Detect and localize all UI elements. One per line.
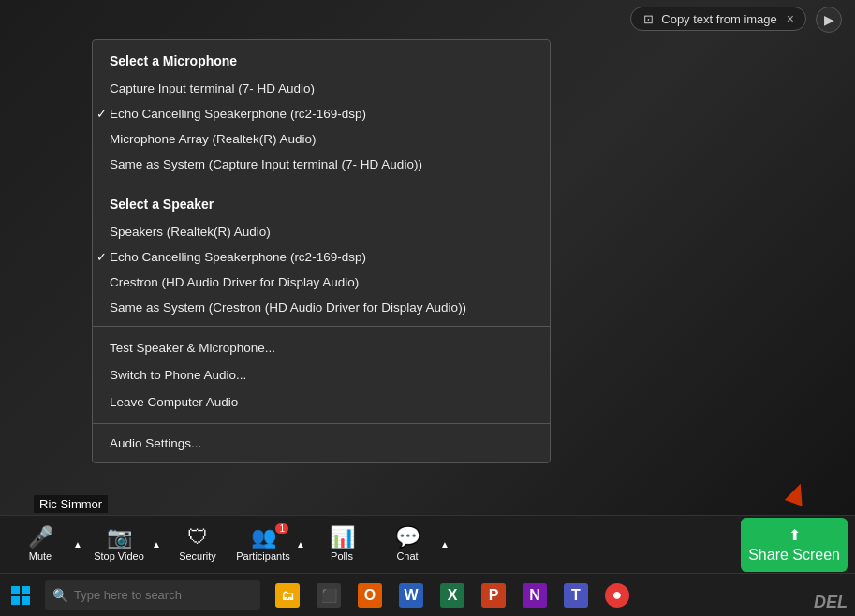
svg-rect-2 [11, 596, 20, 605]
taskbar-app-onenote[interactable]: N [515, 574, 554, 617]
word-icon: W [399, 583, 423, 608]
spk-item-realtek[interactable]: Speakers (Realtek(R) Audio) [93, 219, 550, 244]
microphone-section: Select a Microphone Capture Input termin… [93, 40, 550, 183]
polls-icon: 📊 [330, 527, 355, 548]
mute-label: Mute [29, 550, 52, 562]
checkmark-mic-array [96, 132, 100, 146]
participant-label: Ric Simmor [34, 495, 108, 513]
chrome-icon: ● [605, 583, 629, 608]
spk-item-same-as-system[interactable]: Same as System (Crestron (HD Audio Drive… [93, 295, 550, 320]
stop-video-icon: 📷 [107, 527, 132, 548]
share-screen-icon: ⬆ [789, 526, 801, 544]
checkmark-same-system-mic [96, 157, 100, 171]
taskbar-app-teams[interactable]: T [556, 574, 596, 617]
mic-item-echo-cancel[interactable]: ✓ Echo Cancelling Speakerphone (rc2-169-… [93, 101, 550, 126]
security-label: Security [179, 550, 216, 562]
audio-dropdown-menu: Select a Microphone Capture Input termin… [92, 39, 551, 463]
checkmark-crestron [96, 275, 100, 289]
svg-rect-3 [22, 596, 30, 605]
leave-computer-audio-item[interactable]: Leave Computer Audio [93, 389, 550, 416]
copy-text-close[interactable]: × [787, 11, 794, 26]
checkmark-speakers-realtek [96, 225, 100, 239]
taskbar-app-outlook[interactable]: O [350, 574, 390, 617]
spk-item-crestron[interactable]: Crestron (HD Audio Driver for Display Au… [93, 270, 550, 295]
task-view-icon: ⬛ [317, 583, 341, 608]
svg-rect-1 [22, 586, 30, 594]
stop-video-label: Stop Video [94, 550, 144, 562]
polls-label: Polls [331, 550, 353, 562]
taskbar-app-chrome[interactable]: ● [597, 574, 637, 617]
copy-text-icon: ⊡ [641, 11, 656, 26]
teams-icon: T [564, 583, 588, 608]
audio-actions-section: Test Speaker & Microphone... Switch to P… [93, 326, 550, 423]
test-speaker-mic-item[interactable]: Test Speaker & Microphone... [93, 334, 550, 361]
chat-label: Chat [396, 550, 418, 562]
mute-button[interactable]: 🎤 Mute [7, 518, 73, 572]
taskbar-apps: 🗂 ⬛ O W X P N T ● [268, 574, 855, 617]
security-button[interactable]: 🛡 Security [165, 518, 230, 572]
copy-text-pill[interactable]: ⊡ Copy text from image × [630, 7, 806, 31]
zoom-toolbar: 🎤 Mute ▲ 📷 Stop Video ▲ 🛡 Security 👥 Par… [0, 515, 855, 573]
windows-icon [10, 585, 31, 606]
microphone-section-title: Select a Microphone [93, 50, 550, 76]
stop-video-button[interactable]: 📷 Stop Video [86, 518, 152, 572]
polls-button[interactable]: 📊 Polls [309, 518, 375, 572]
audio-settings-item[interactable]: Audio Settings... [93, 430, 550, 457]
speaker-section-title: Select a Speaker [93, 193, 550, 219]
taskbar-app-task-view[interactable]: ⬛ [309, 574, 348, 617]
dell-logo: DEL [814, 593, 848, 612]
share-screen-label: Share Screen [748, 547, 840, 564]
participants-label: Participants [236, 550, 289, 562]
svg-rect-0 [11, 586, 20, 594]
taskbar-app-excel[interactable]: X [433, 574, 472, 617]
checkmark-echo-cancel-spk: ✓ [96, 250, 107, 264]
speaker-section: Select a Speaker Speakers (Realtek(R) Au… [93, 183, 550, 326]
switch-phone-audio-item[interactable]: Switch to Phone Audio... [93, 361, 550, 389]
taskbar-app-powerpoint[interactable]: P [474, 574, 513, 617]
checkmark-echo-cancel-mic: ✓ [96, 107, 107, 121]
taskbar-search-input[interactable] [74, 588, 253, 602]
chat-icon: 💬 [395, 527, 420, 548]
chat-button[interactable]: 💬 Chat [375, 518, 440, 572]
taskbar: 🔍 🗂 ⬛ O W X P N T ● DEL [0, 573, 855, 616]
mic-item-capture-input[interactable]: Capture Input terminal (7- HD Audio) [93, 76, 550, 101]
start-button[interactable] [0, 574, 41, 617]
taskbar-app-word[interactable]: W [391, 574, 431, 617]
taskbar-search-icon: 🔍 [52, 588, 68, 603]
participants-button[interactable]: 👥 Participants 1 [230, 518, 296, 572]
spk-item-echo-cancel[interactable]: ✓ Echo Cancelling Speakerphone (rc2-169-… [93, 244, 550, 270]
powerpoint-icon: P [481, 583, 506, 608]
outlook-icon: O [358, 583, 382, 608]
share-screen-button[interactable]: ⬆ Share Screen [741, 518, 848, 572]
onenote-icon: N [523, 583, 547, 608]
taskbar-search-bar[interactable]: 🔍 [45, 580, 260, 610]
mic-item-same-as-system[interactable]: Same as System (Capture Input terminal (… [93, 152, 550, 177]
copy-text-label: Copy text from image [661, 12, 777, 26]
checkmark-same-system-spk [96, 301, 100, 315]
security-icon: 🛡 [187, 527, 208, 548]
mute-icon: 🎤 [28, 527, 53, 548]
nav-arrow-button[interactable]: ▶ [816, 7, 842, 33]
taskbar-app-file-explorer[interactable]: 🗂 [268, 574, 307, 617]
excel-icon: X [440, 583, 464, 608]
mic-item-array[interactable]: Microphone Array (Realtek(R) Audio) [93, 126, 550, 152]
file-explorer-icon: 🗂 [275, 583, 300, 608]
participants-badge: 1 [275, 523, 288, 534]
participants-icon: 👥 [251, 527, 276, 548]
checkmark-capture-input [96, 81, 100, 95]
